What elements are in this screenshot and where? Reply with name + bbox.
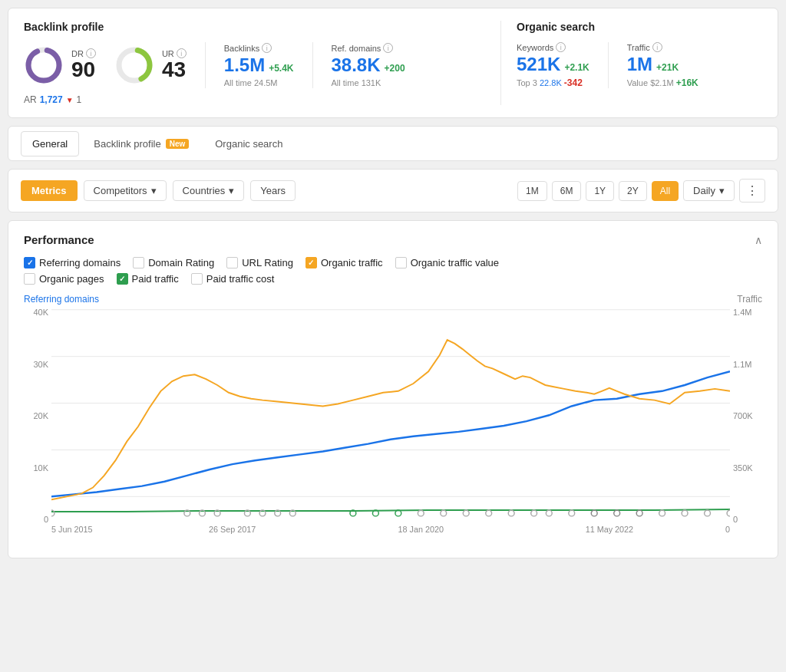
cb-box-organic-pages: [24, 273, 35, 285]
years-button[interactable]: Years: [250, 180, 296, 201]
ur-value: 43: [162, 58, 187, 82]
svg-point-30: [636, 510, 642, 516]
backlinks-alltime: All time 24.5M: [224, 78, 294, 87]
stats-card: Backlink profile DR i 90: [8, 8, 778, 118]
chart-container: 40K 30K 20K 10K 0 1.4M 1.1M 700K 350K 0: [24, 308, 762, 545]
svg-point-33: [705, 510, 711, 516]
svg-point-22: [463, 510, 469, 516]
keywords-metric: Keywords i 521K +2.1K Top 3 22.8K -342: [517, 42, 590, 88]
controls-left: Metrics Competitors ▾ Countries ▾ Years: [21, 180, 296, 201]
dr-metric: DR i 90: [24, 45, 96, 85]
backlinks-info-icon[interactable]: i: [262, 43, 272, 53]
time-1y[interactable]: 1Y: [586, 181, 614, 201]
more-options-button[interactable]: ⋮: [739, 179, 765, 203]
ar-arrow-icon: ▼: [66, 96, 74, 104]
tab-general[interactable]: General: [21, 131, 79, 156]
controls-card: Metrics Competitors ▾ Countries ▾ Years …: [8, 169, 778, 212]
keywords-info-icon[interactable]: i: [556, 42, 566, 52]
organic-search-section: Organic search Keywords i 521K +2.1K Top…: [501, 21, 762, 105]
traffic-info-icon[interactable]: i: [652, 42, 662, 52]
refdomains-info-icon[interactable]: i: [383, 43, 393, 53]
traffic-row: 1M +21K: [627, 54, 698, 76]
performance-card: Performance ∧ ✓ Referring domains Domain…: [8, 220, 778, 558]
cb-box-organic-traffic: ✓: [305, 257, 317, 268]
svg-point-1: [28, 50, 59, 81]
cb-domain-rating[interactable]: Domain Rating: [133, 257, 214, 268]
svg-point-27: [569, 510, 575, 516]
time-2y[interactable]: 2Y: [619, 181, 647, 201]
new-badge: New: [166, 139, 190, 149]
refdomains-alltime: All time 131K: [332, 78, 405, 87]
competitors-dropdown[interactable]: Competitors ▾: [84, 180, 167, 201]
keywords-delta: +2.1K: [564, 62, 589, 73]
tab-organic-search[interactable]: Organic search: [203, 131, 294, 156]
chevron-down-icon-2: ▾: [229, 185, 234, 196]
cb-box-paid-traffic: ✓: [117, 273, 128, 285]
metrics-button[interactable]: Metrics: [21, 180, 78, 201]
time-1m[interactable]: 1M: [517, 181, 547, 201]
svg-point-29: [614, 510, 620, 516]
performance-header: Performance ∧: [24, 233, 762, 246]
collapse-icon[interactable]: ∧: [755, 234, 762, 246]
traffic-metric: Traffic i 1M +21K Value $2.1M +16K: [627, 42, 698, 88]
tab-backlink-profile[interactable]: Backlink profile New: [82, 131, 200, 156]
refdomains-row: 38.8K +200: [332, 54, 405, 77]
x-label-2017: 26 Sep 2017: [209, 525, 256, 534]
backlink-profile-section: Backlink profile DR i 90: [24, 21, 501, 105]
divider-2: [312, 42, 313, 88]
divider-1: [205, 42, 206, 88]
cb-box-paid-traffic-cost: [191, 273, 203, 285]
ar-label: AR: [24, 94, 37, 105]
backlinks-row: 1.5M +5.4K: [224, 54, 294, 77]
cb-organic-traffic[interactable]: ✓ Organic traffic: [305, 257, 383, 268]
cb-referring-domains[interactable]: ✓ Referring domains: [24, 257, 121, 268]
backlink-section-title: Backlink profile: [24, 21, 485, 33]
x-label-2022: 11 May 2022: [586, 525, 633, 534]
tabs-card: General Backlink profile New Organic sea…: [8, 126, 778, 161]
cb-paid-traffic-cost[interactable]: Paid traffic cost: [191, 273, 275, 285]
traffic-value: 1M: [627, 54, 652, 76]
keywords-value: 521K: [517, 54, 560, 76]
chart-axis-header: Referring domains Traffic: [24, 294, 762, 305]
cb-url-rating[interactable]: URL Rating: [226, 257, 293, 268]
svg-point-21: [441, 510, 447, 516]
countries-dropdown[interactable]: Countries ▾: [173, 180, 245, 201]
svg-point-25: [531, 510, 537, 516]
interval-dropdown[interactable]: Daily ▾: [683, 180, 735, 201]
divider-3: [608, 42, 609, 88]
y-axis-left: 40K 30K 20K 10K 0: [24, 308, 51, 524]
backlinks-label: Backlinks i: [224, 43, 294, 53]
checkboxes-row-2: Organic pages ✓ Paid traffic Paid traffi…: [24, 273, 762, 285]
ur-values: UR i 43: [162, 48, 187, 82]
dr-value: 90: [71, 58, 96, 82]
organic-section-title: Organic search: [517, 21, 762, 33]
svg-point-32: [682, 510, 688, 516]
ar-row: AR 1,727 ▼ 1: [24, 94, 485, 105]
cb-organic-pages[interactable]: Organic pages: [24, 273, 104, 285]
performance-title: Performance: [24, 233, 94, 246]
keywords-sub: Top 3 22.8K -342: [517, 77, 590, 88]
controls-right: 1M 6M 1Y 2Y All Daily ▾ ⋮: [517, 179, 765, 203]
svg-point-28: [591, 510, 597, 516]
chevron-down-icon: ▾: [151, 185, 157, 196]
cb-box-organic-traffic-value: [395, 257, 407, 268]
backlinks-delta: +5.4K: [269, 63, 293, 74]
dr-ring-chart: [24, 45, 64, 85]
time-all[interactable]: All: [652, 181, 679, 201]
checkboxes-row-1: ✓ Referring domains Domain Rating URL Ra…: [24, 257, 762, 268]
chart-area: Referring domains Traffic 40K 30K 20K 10…: [24, 294, 762, 545]
ur-metric: UR i 43: [114, 45, 187, 85]
refdomains-label: Ref. domains i: [332, 43, 405, 53]
left-axis-label: Referring domains: [24, 294, 99, 305]
y-axis-right: 1.4M 1.1M 700K 350K 0: [730, 308, 762, 524]
cb-paid-traffic[interactable]: ✓ Paid traffic: [117, 273, 179, 285]
x-label-2015: 5 Jun 2015: [51, 525, 92, 534]
right-axis-label: Traffic: [737, 294, 762, 305]
keywords-row: 521K +2.1K: [517, 54, 590, 76]
time-6m[interactable]: 6M: [552, 181, 582, 201]
x-label-end: 0: [725, 525, 730, 534]
organic-metrics-row: Keywords i 521K +2.1K Top 3 22.8K -342: [517, 42, 762, 88]
backlinks-metric: Backlinks i 1.5M +5.4K All time 24.5M: [224, 43, 294, 87]
cb-organic-traffic-value[interactable]: Organic traffic value: [395, 257, 499, 268]
svg-point-31: [659, 510, 665, 516]
